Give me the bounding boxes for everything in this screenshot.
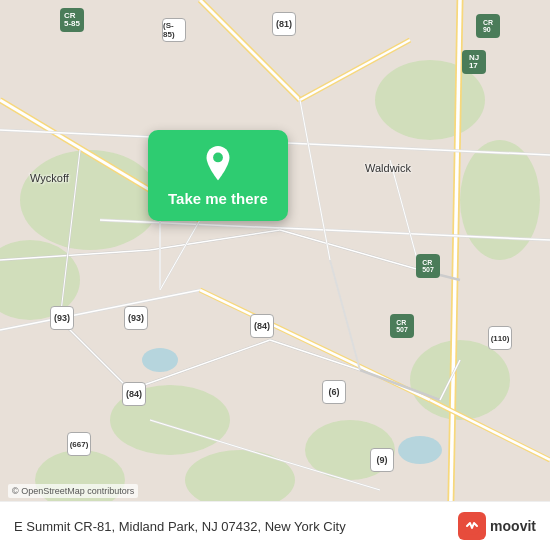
svg-point-11 (398, 436, 442, 464)
svg-point-61 (213, 153, 223, 163)
svg-point-1 (20, 150, 160, 250)
take-me-there-button[interactable]: Take me there (148, 130, 288, 221)
route-badge-cr85: CR5-85 (60, 8, 84, 32)
map-pin-icon (200, 146, 236, 182)
map-container: CR5-85 (S-85) (81) NJ17 CR90 (93) (93) (… (0, 0, 550, 550)
place-label-waldwick: Waldwick (365, 162, 411, 174)
take-me-there-label: Take me there (168, 190, 268, 207)
route-badge-93a: (93) (50, 306, 74, 330)
route-badge-84a: (84) (250, 314, 274, 338)
route-badge-s85: (S-85) (162, 18, 186, 42)
route-badge-81: (81) (272, 12, 296, 36)
route-badge-nj17: NJ17 (462, 50, 486, 74)
moovit-icon-svg (462, 516, 482, 536)
route-badge-cr507a: CR507 (416, 254, 440, 278)
map-svg (0, 0, 550, 550)
moovit-logo-text: moovit (490, 518, 536, 534)
route-badge-84b: (84) (122, 382, 146, 406)
address-text: E Summit CR-81, Midland Park, NJ 07432, … (14, 519, 458, 534)
route-badge-cr507b: CR507 (390, 314, 414, 338)
route-badge-110: (110) (488, 326, 512, 350)
svg-point-10 (142, 348, 178, 372)
route-badge-93b: (93) (124, 306, 148, 330)
place-label-wyckoff: Wyckoff (30, 172, 69, 184)
osm-attribution: © OpenStreetMap contributors (8, 484, 138, 498)
bottom-bar: E Summit CR-81, Midland Park, NJ 07432, … (0, 501, 550, 550)
route-badge-667: (667) (67, 432, 91, 456)
svg-point-6 (410, 340, 510, 420)
svg-point-5 (460, 140, 540, 260)
route-badge-6: (6) (322, 380, 346, 404)
route-badge-9: (9) (370, 448, 394, 472)
moovit-logo-icon (458, 512, 486, 540)
route-badge-cr90: CR90 (476, 14, 500, 38)
moovit-logo: moovit (458, 512, 536, 540)
